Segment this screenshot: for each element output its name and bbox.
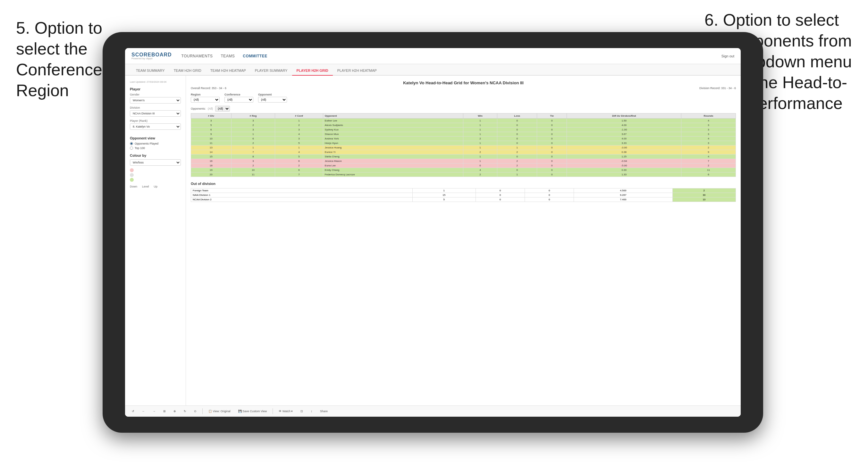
- out-cell-tie: 0: [525, 197, 574, 202]
- out-cell-diff: 4.500: [574, 188, 673, 193]
- opponents-select[interactable]: (All): [215, 106, 230, 112]
- toolbar-view-circle[interactable]: ⊙: [192, 409, 198, 413]
- cell-tie: 0: [537, 119, 567, 123]
- cell-diff: -0.94: [567, 159, 681, 163]
- opponents-label-text: Opponents:: [191, 107, 206, 110]
- table-row: 15 8 5 Stella Cheng 1 0 0 1.25 4: [191, 155, 736, 159]
- cell-diff: 3.67: [567, 132, 681, 136]
- cell-conf: 5: [275, 155, 323, 159]
- toolbar-settings[interactable]: ⊡: [299, 409, 305, 413]
- cell-conf: 3: [275, 136, 323, 141]
- toolbar-refresh[interactable]: ↻: [182, 409, 188, 413]
- h2h-table: # Div # Reg # Conf Opponent Win Loss Tie…: [191, 113, 736, 177]
- cell-opponent: Sydney Kuo: [323, 128, 463, 132]
- cell-reg: 7: [231, 150, 275, 155]
- radio-top100[interactable]: Top 100: [130, 147, 181, 150]
- out-cell-win: 5: [412, 197, 475, 202]
- cell-div: 16: [191, 159, 231, 163]
- cell-rounds: 2: [681, 163, 736, 168]
- cell-loss: 2: [497, 159, 537, 163]
- player-rank-select[interactable]: 8. Katelyn Vo: [130, 123, 181, 130]
- down-level-up-labels: Down Level Up: [130, 185, 181, 188]
- cell-diff: -5.00: [567, 163, 681, 168]
- colour-by-select[interactable]: Win/loss: [130, 159, 181, 166]
- cell-reg: 2: [231, 163, 275, 168]
- cell-conf: 5: [275, 141, 323, 146]
- nav-signin[interactable]: Sign out: [721, 54, 734, 58]
- filter-conference-select[interactable]: (All): [224, 97, 253, 102]
- toolbar-sort[interactable]: ↕: [309, 409, 314, 413]
- nav-teams[interactable]: TEAMS: [221, 53, 235, 60]
- toolbar-forward[interactable]: →: [151, 409, 157, 413]
- out-cell-rounds: 10: [673, 197, 736, 202]
- nav-bar: SCOREBOARD Powered by clippd TOURNAMENTS…: [125, 48, 741, 64]
- opponent-view-title: Opponent view: [130, 136, 181, 140]
- table-row: 10 6 3 Andrea York 2 0 0 4.00 4: [191, 136, 736, 141]
- toolbar-share[interactable]: Share: [318, 409, 330, 413]
- toolbar-divider-2: [273, 408, 273, 414]
- table-row: 16 3 6 Jessica Mason 1 2 0 -0.94 7: [191, 159, 736, 163]
- cell-reg: 10: [231, 168, 275, 173]
- radio-opponents-played[interactable]: Opponents Played: [130, 142, 181, 145]
- cell-loss: 0: [497, 128, 537, 132]
- cell-rounds: 3: [681, 123, 736, 128]
- nav-committee[interactable]: COMMITTEE: [243, 53, 268, 60]
- subnav-team-h2h-grid[interactable]: TEAM H2H GRID: [169, 66, 206, 75]
- legend-dot-up: [130, 178, 134, 182]
- player-section-title: Player: [130, 87, 181, 91]
- cell-diff: 4.00: [567, 123, 681, 128]
- col-win: Win: [463, 114, 497, 119]
- cell-loss: 0: [497, 119, 537, 123]
- cell-diff: -1.00: [567, 128, 681, 132]
- toolbar-add[interactable]: ⊕: [172, 409, 178, 413]
- cell-win: 4: [463, 168, 497, 173]
- out-cell-rounds: 30: [673, 193, 736, 197]
- out-cell-loss: 0: [475, 188, 525, 193]
- out-cell-tie: 0: [525, 188, 574, 193]
- colour-by-title: Colour by: [130, 154, 181, 157]
- col-opponent: Opponent: [323, 114, 463, 119]
- toolbar-back[interactable]: ←: [140, 409, 147, 413]
- cell-win: 1: [463, 146, 497, 150]
- col-diff: Diff Av Strokes/Rnd: [567, 114, 681, 119]
- cell-tie: 0: [537, 150, 567, 155]
- cell-rounds: 2: [681, 146, 736, 150]
- cell-loss: 0: [497, 168, 537, 173]
- subnav-team-summary[interactable]: TEAM SUMMARY: [131, 66, 169, 75]
- toolbar-view-original[interactable]: 📋 View: Original: [207, 409, 232, 413]
- cell-rounds: 3: [681, 128, 736, 132]
- toolbar-save-custom[interactable]: 💾 Save Custom View: [236, 409, 269, 413]
- cell-win: 1: [463, 141, 497, 146]
- subnav-player-h2h-grid[interactable]: PLAYER H2H GRID: [292, 66, 333, 75]
- cell-reg: 8: [231, 155, 275, 159]
- overall-record: Overall Record: 353 - 34 - 6: [191, 87, 226, 90]
- subnav-team-h2h-heatmap[interactable]: TEAM H2H HEATMAP: [206, 66, 250, 75]
- radio-dot-opponents: [130, 142, 133, 145]
- cell-tie: 0: [537, 141, 567, 146]
- cell-reg: 1: [231, 132, 275, 136]
- cell-div: 15: [191, 155, 231, 159]
- tablet-device: SCOREBOARD Powered by clippd TOURNAMENTS…: [103, 32, 763, 433]
- legend-label-level: Level: [142, 185, 149, 188]
- toolbar-undo[interactable]: ↺: [130, 409, 136, 413]
- filter-region-group: Region (All): [191, 93, 220, 102]
- toolbar-watch[interactable]: 👁 Watch ▾: [277, 409, 295, 413]
- table-row: 5 2 2 Alexis Sudjianto 1 0 0 4.00 3: [191, 123, 736, 128]
- division-select[interactable]: NCAA Division III: [130, 110, 181, 117]
- filter-region-select[interactable]: (All): [191, 97, 220, 102]
- nav-tournaments[interactable]: TOURNAMENTS: [182, 53, 213, 60]
- filter-opponent-select[interactable]: (All): [258, 97, 287, 102]
- division-label: Division: [130, 106, 181, 109]
- toolbar-grid[interactable]: ⊞: [161, 409, 168, 413]
- cell-diff: 1.50: [567, 119, 681, 123]
- table-row: 19 10 6 Emily Chang 4 0 0 0.30 11: [191, 168, 736, 173]
- cell-div: 19: [191, 168, 231, 173]
- sub-nav: TEAM SUMMARY TEAM H2H GRID TEAM H2H HEAT…: [125, 64, 741, 75]
- gender-select[interactable]: Women's: [130, 97, 181, 103]
- cell-win: 1: [463, 123, 497, 128]
- out-cell-name: NCAA Division 2: [191, 197, 413, 202]
- cell-win: 2: [463, 173, 497, 177]
- subnav-player-h2h-heatmap[interactable]: PLAYER H2H HEATMAP: [333, 66, 381, 75]
- subnav-player-summary[interactable]: PLAYER SUMMARY: [250, 66, 292, 75]
- cell-tie: 0: [537, 136, 567, 141]
